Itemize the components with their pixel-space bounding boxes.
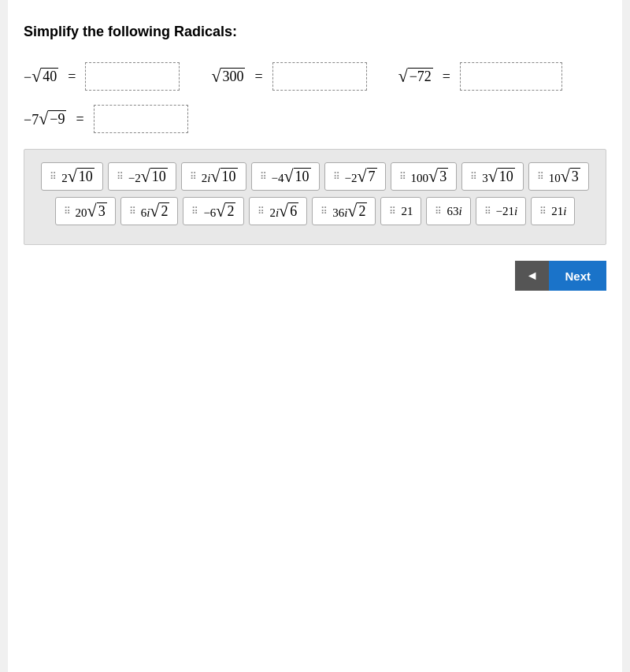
- tile-label: −6√2: [203, 202, 235, 220]
- tile-label: 6i√2: [141, 202, 170, 220]
- grip-icon: ⠿: [117, 171, 124, 183]
- tile-label: −4√10: [272, 168, 311, 185]
- tile-3sqrt10[interactable]: ⠿ 3√10: [461, 162, 524, 191]
- tile-label: −2√10: [128, 168, 168, 185]
- tile-21i[interactable]: ⠿ 21i: [531, 197, 575, 225]
- tile-63i[interactable]: ⠿ 63i: [426, 197, 470, 225]
- problem-2-expr: √300: [211, 68, 245, 86]
- main-container: Simplify the following Radicals: − √40 =…: [8, 0, 622, 672]
- problem-4-expr: −7 √−9: [24, 110, 66, 128]
- tile-20sqrt3[interactable]: ⠿ 20√3: [55, 197, 116, 225]
- radical-neg9: √−9: [39, 110, 66, 128]
- tile-6isqrt2[interactable]: ⠿ 6i√2: [120, 197, 179, 225]
- tile-label: 2i√6: [269, 202, 298, 220]
- problem-row-2: −7 √−9 =: [24, 105, 606, 133]
- tile-neg2sqrt10[interactable]: ⠿ −2√10: [108, 162, 176, 191]
- grip-icon: ⠿: [484, 206, 491, 217]
- radical-40: √40: [32, 68, 58, 85]
- problem-row-1: − √40 = √300 =: [24, 62, 606, 91]
- nav-buttons: ◄ Next: [24, 261, 606, 291]
- grip-icon: ⠿: [399, 171, 406, 183]
- grip-icon: ⠿: [537, 171, 544, 183]
- tile-2sqrt10[interactable]: ⠿ 2√10: [41, 162, 103, 191]
- answer-box-2[interactable]: [272, 62, 367, 91]
- tiles-container: ⠿ 2√10 ⠿ −2√10 ⠿ 2i√10 ⠿ −4√10 ⠿ −2√7: [24, 149, 606, 245]
- grip-icon: ⠿: [50, 171, 57, 183]
- tile-label: 2√10: [61, 168, 94, 185]
- tile-label: 100√3: [411, 168, 449, 185]
- answer-box-4[interactable]: [94, 105, 188, 133]
- tile-2isqrt10[interactable]: ⠿ 2i√10: [181, 162, 246, 191]
- tile-label: 36i√2: [332, 202, 367, 220]
- tile-label: 21i: [551, 205, 566, 218]
- tile-label: 63i: [447, 205, 461, 218]
- tile-2isqrt6[interactable]: ⠿ 2i√6: [249, 197, 307, 225]
- tile-label: −21i: [496, 205, 518, 218]
- grip-icon: ⠿: [64, 206, 71, 217]
- grip-icon: ⠿: [258, 206, 265, 217]
- grip-icon: ⠿: [190, 171, 197, 183]
- tiles-row-1: ⠿ 2√10 ⠿ −2√10 ⠿ 2i√10 ⠿ −4√10 ⠿ −2√7: [34, 162, 596, 191]
- problem-3: √−72 =: [398, 62, 562, 91]
- tile-neg4sqrt10[interactable]: ⠿ −4√10: [251, 162, 320, 191]
- problems-area: − √40 = √300 =: [24, 62, 606, 133]
- grip-icon: ⠿: [435, 206, 442, 217]
- prev-button[interactable]: ◄: [515, 261, 550, 291]
- grip-icon: ⠿: [129, 206, 136, 217]
- grip-icon: ⠿: [539, 206, 547, 217]
- answer-box-3[interactable]: [460, 62, 562, 91]
- tile-label: 20√3: [76, 202, 107, 220]
- grip-icon: ⠿: [191, 206, 198, 217]
- problem-1-expr: − √40: [24, 68, 58, 86]
- tile-36isqrt2[interactable]: ⠿ 36i√2: [312, 197, 376, 225]
- tile-100sqrt3[interactable]: ⠿ 100√3: [391, 162, 458, 191]
- problem-3-expr: √−72: [398, 68, 433, 86]
- tile-21[interactable]: ⠿ 21: [380, 197, 421, 225]
- grip-icon: ⠿: [389, 206, 396, 217]
- tile-label: 2i√10: [202, 168, 238, 185]
- radical-300: √300: [211, 68, 245, 85]
- page-title: Simplify the following Radicals:: [24, 24, 606, 40]
- grip-icon: ⠿: [333, 171, 340, 183]
- tile-neg2sqrt7[interactable]: ⠿ −2√7: [324, 162, 386, 191]
- grip-icon: ⠿: [260, 171, 267, 183]
- problem-1: − √40 =: [24, 62, 180, 91]
- problem-2: √300 =: [211, 62, 366, 91]
- tile-label: −2√7: [345, 168, 377, 185]
- tile-label: 21: [401, 205, 413, 218]
- tile-neg6sqrt2[interactable]: ⠿ −6√2: [183, 197, 244, 225]
- next-button[interactable]: Next: [549, 261, 606, 291]
- tile-neg21i[interactable]: ⠿ −21i: [476, 197, 527, 225]
- tile-label: 3√10: [482, 168, 515, 185]
- answer-box-1[interactable]: [85, 62, 180, 91]
- tile-10sqrt3[interactable]: ⠿ 10√3: [528, 162, 589, 191]
- grip-icon: ⠿: [321, 206, 328, 217]
- radical-neg72: √−72: [398, 68, 433, 85]
- grip-icon: ⠿: [470, 171, 477, 183]
- tiles-row-2: ⠿ 20√3 ⠿ 6i√2 ⠿ −6√2 ⠿ 2i√6 ⠿ 36i√2: [34, 197, 596, 225]
- problem-4: −7 √−9 =: [24, 105, 188, 133]
- tile-label: 10√3: [549, 168, 580, 185]
